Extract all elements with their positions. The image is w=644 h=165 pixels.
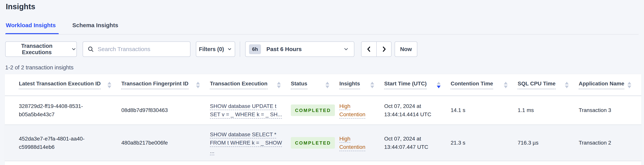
sort-arrows-icon[interactable] [437, 82, 449, 88]
page-title: Insights [6, 2, 35, 11]
now-button[interactable]: Now [394, 42, 417, 57]
start-time-cell: Oct 07, 2024 at 13:44:14.4414 UTC [384, 102, 433, 119]
status-badge: COMPLETED [291, 137, 335, 149]
table-row: 452da3e7-e7fa-4801-aa40-c59988d14eb6 480… [5, 125, 641, 161]
transaction-execution-link[interactable]: SHOW database SELECT * FROM t WHERE k = … [210, 131, 282, 154]
search-icon [87, 46, 94, 53]
time-next-button[interactable] [376, 42, 391, 57]
status-badge: COMPLETED [291, 104, 335, 116]
chevron-left-icon [366, 46, 372, 52]
sort-arrows-icon[interactable] [108, 82, 120, 88]
transaction-execution-link[interactable]: SHOW database UPDATE t SET v = _ WHERE k… [210, 103, 282, 117]
chevron-down-icon [227, 47, 232, 52]
tabs-divider [6, 34, 638, 35]
insights-table-card: Latest Transaction Execution ID Transact… [5, 74, 641, 165]
time-prev-button[interactable] [362, 42, 376, 57]
chevron-down-icon [343, 46, 349, 52]
toolbar-divider [240, 42, 240, 57]
time-range-picker[interactable]: 6h Past 6 Hours [245, 42, 354, 57]
fingerprint-id-cell: 08d8b7d97f830463 [121, 107, 168, 113]
column-header-application-name[interactable]: Application Name [579, 81, 624, 89]
column-header-sql-cpu-time[interactable]: SQL CPU Time [518, 81, 556, 89]
tab-schema-insights[interactable]: Schema Insights [72, 22, 118, 34]
application-name-cell: Transaction 3 [579, 107, 611, 113]
insight-link[interactable]: High Contention [339, 136, 365, 150]
sort-arrows-icon[interactable] [326, 82, 338, 88]
filters-button[interactable]: Filters (0) [196, 42, 235, 57]
start-time-cell: Oct 07, 2024 at 13:44:07.447 UTC [384, 134, 433, 151]
column-header-status[interactable]: Status [291, 81, 307, 89]
column-header-transaction-execution[interactable]: Transaction Execution [210, 81, 268, 89]
column-header-insights[interactable]: Insights [339, 81, 360, 89]
transaction-insights-table: Latest Transaction Execution ID Transact… [5, 74, 641, 161]
sort-arrows-icon[interactable] [277, 82, 289, 88]
time-range-label: Past 6 Hours [266, 46, 302, 52]
table-row: 328729d2-ff19-4408-8531-b05a5b4e43c7 08d… [5, 96, 641, 125]
sort-arrows-icon[interactable] [565, 82, 577, 88]
filters-label: Filters (0) [199, 46, 224, 52]
search-input[interactable] [98, 46, 186, 52]
latest-execution-id-cell: 328729d2-ff19-4408-8531-b05a5b4e43c7 [19, 102, 114, 119]
toolbar: Transaction Executions Filters (0) 6h Pa… [5, 42, 417, 57]
application-name-cell: Transaction 2 [579, 140, 611, 146]
sort-arrows-icon[interactable] [196, 82, 208, 88]
sort-arrows-icon[interactable] [370, 82, 382, 88]
tab-bar: Workload Insights Schema Insights [6, 22, 118, 34]
tab-workload-insights[interactable]: Workload Insights [6, 22, 56, 34]
sort-arrows-icon[interactable] [504, 82, 516, 88]
chevron-right-icon [381, 46, 387, 52]
contention-time-cell: 21.3 s [451, 140, 465, 146]
time-range-badge: 6h [249, 44, 261, 54]
time-step-buttons [361, 42, 392, 57]
sort-arrows-icon[interactable] [628, 82, 640, 88]
sql-cpu-time-cell: 1.1 ms [518, 107, 534, 113]
insight-link[interactable]: High Contention [339, 103, 365, 117]
table-header-row: Latest Transaction Execution ID Transact… [5, 74, 641, 96]
contention-time-cell: 14.1 s [451, 107, 465, 113]
chevron-down-icon [71, 47, 76, 52]
column-header-contention-time[interactable]: Contention Time [451, 81, 493, 89]
column-header-start-time[interactable]: Start Time (UTC) [384, 81, 426, 89]
transaction-type-label: Transaction Executions [6, 43, 68, 56]
column-header-fingerprint-id[interactable]: Transaction Fingerprint ID [121, 81, 188, 89]
transaction-type-dropdown[interactable]: Transaction Executions [5, 42, 77, 57]
column-header-latest-execution-id[interactable]: Latest Transaction Execution ID [19, 81, 101, 89]
latest-execution-id-cell: 452da3e7-e7fa-4801-aa40-c59988d14eb6 [19, 134, 114, 151]
search-box[interactable] [82, 42, 190, 57]
results-summary: 1-2 of 2 transaction insights [5, 64, 74, 71]
fingerprint-id-cell: 480a8b217be006fe [121, 140, 168, 146]
sql-cpu-time-cell: 716.3 µs [518, 140, 538, 146]
